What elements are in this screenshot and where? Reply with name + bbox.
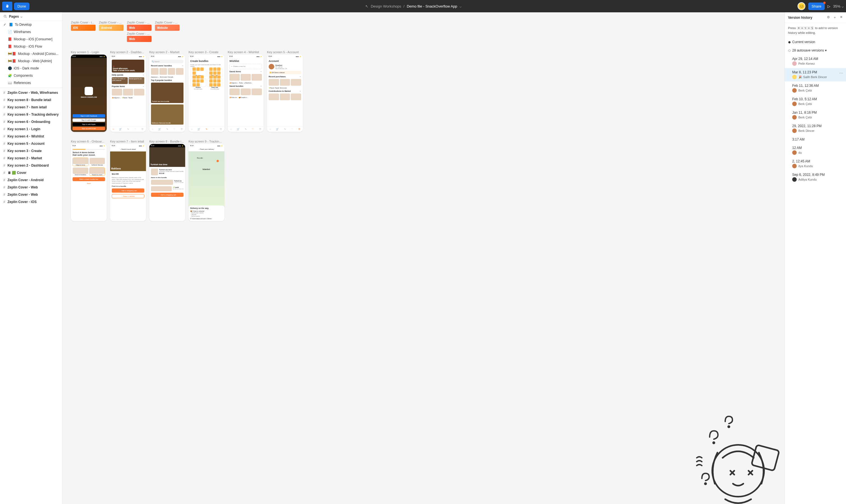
- frame-item[interactable]: #Zeplin Cover - iOS: [0, 198, 62, 205]
- page-icon: 📕: [8, 37, 12, 41]
- frame-item[interactable]: #Key screen 8 - Bundle ietail: [0, 96, 62, 104]
- add-icon[interactable]: ＋: [833, 15, 836, 20]
- screen-frame[interactable]: Key screen 1 - Login8:14●●● ⚡SNACK OVERF…: [71, 50, 107, 132]
- frame-item[interactable]: #🖥 🟩 Cover: [0, 169, 62, 176]
- frame-item[interactable]: #Key screen 7 - Item ietail: [0, 104, 62, 111]
- cover-frame[interactable]: Zeplin Cover - ...Android: [99, 21, 124, 31]
- mock-statusbar: 8:14●●● ⚡: [267, 55, 303, 58]
- frame-item[interactable]: #Zeplin Cover - Android: [0, 176, 62, 184]
- zoom-control[interactable]: 35% ⌵: [833, 4, 844, 8]
- pages-header[interactable]: Pages ⌵: [0, 12, 62, 21]
- more-icon[interactable]: ⋯: [839, 71, 843, 75]
- version-row[interactable]: 29, 2022, 11:28 PMBerk Dincer: [785, 122, 846, 135]
- frame-item[interactable]: #Key screen 3 - Create: [0, 147, 62, 155]
- hand-tool-button[interactable]: [2, 2, 12, 11]
- screen-frame[interactable]: Key screen 6 - Onboar...8:14●●● ⚡Select …: [71, 140, 107, 221]
- confused-person-illustration: [686, 406, 785, 504]
- mock-screen-onboarding[interactable]: 8:14●●● ⚡Select 4 items belowthat suits …: [71, 144, 107, 221]
- version-time: 2, 12:45 AM: [792, 159, 843, 163]
- done-button[interactable]: Done: [14, 2, 30, 10]
- frame-item[interactable]: #Zeplin Cover - Web: [0, 191, 62, 198]
- page-label: To Develop: [15, 23, 32, 26]
- mock-navbar: ⌂🛒✎♡☰: [228, 126, 264, 132]
- version-row[interactable]: Sep 6, 2022, 8:49 PMAditya Kundu: [785, 170, 846, 184]
- frame-item[interactable]: #Key screen 1 - Login: [0, 125, 62, 133]
- mock-screen-login[interactable]: 8:14●●● ⚡SNACK OVERFLOWSign In with Face…: [71, 55, 107, 132]
- frame-item[interactable]: #Key screen 9 - Tracking delivery: [0, 111, 62, 118]
- chevron-down-icon[interactable]: ⌵: [459, 4, 462, 8]
- page-item[interactable]: 🧩Components: [0, 72, 62, 79]
- screen-frame[interactable]: Key screen 4 - Wishlist8:14●●● ⚡Wishlist…: [228, 50, 264, 132]
- page-item[interactable]: 🚧📕Mockup - Web [Admin]: [0, 57, 62, 65]
- screen-frame[interactable]: Key screen 2 - Dashbo...8:14●●● ⚡📍Good a…: [110, 50, 146, 132]
- search-icon[interactable]: [3, 15, 7, 18]
- version-time: Apr 29, 12:14 AM: [792, 57, 843, 61]
- version-row[interactable]: Mar 8, 11:23 PM🎉 Salih Berk Dincer⋯: [785, 68, 846, 82]
- frame-item[interactable]: #Key screen 5 - Account: [0, 140, 62, 147]
- page-item[interactable]: 🌑iOS - Dark mode: [0, 65, 62, 72]
- frame-item[interactable]: #Zeplin Cover - Web: [0, 184, 62, 191]
- cover-frame[interactable]: Zeplin Cover - ... Web: [127, 32, 152, 42]
- frame-item[interactable]: #Key screen 4 - Wishlist: [0, 133, 62, 140]
- frame-item[interactable]: #Zeplin Cover - Web, Wireframes: [0, 89, 62, 96]
- mock-screen-item[interactable]: 8:14●●● ⚡‹ Search result detailBaklava$1…: [110, 144, 146, 221]
- version-row[interactable]: Apr 29, 12:14 AMPelin Kenez: [785, 55, 846, 68]
- author-avatar: [792, 164, 797, 168]
- cover-frame[interactable]: Zeplin Cover - i...iOS: [71, 21, 95, 31]
- version-time: 3:17 AM: [792, 138, 843, 141]
- frame-label: Key screen 7 - Item ietail: [7, 105, 47, 109]
- breadcrumb-file[interactable]: Demo file - SnackOverflow App: [407, 4, 457, 8]
- version-row[interactable]: Feb 11, 12:36 AMBerk Çebi: [785, 82, 846, 95]
- page-label: iOS - Dark mode: [14, 66, 39, 70]
- version-row[interactable]: 3:17 AM: [785, 135, 846, 144]
- screen-frame[interactable]: Key screen 9 - Trackin...8:14●●● ⚡‹ Trac…: [189, 140, 224, 221]
- page-item[interactable]: 📕Mockup - iOS Flow: [0, 43, 62, 50]
- frame-item[interactable]: #Key screen 2 - Dashboard: [0, 162, 62, 169]
- version-row[interactable]: 2, 12:45 AMitya Kundu: [785, 157, 846, 170]
- keyboard-shortcut: ⌘ + ⌥ + S: [797, 26, 814, 30]
- filter-icon[interactable]: ⊜: [827, 15, 830, 20]
- mock-screen-market[interactable]: 8:14●●● ⚡🔍 SearchRecent users' bundles→J…: [149, 55, 185, 132]
- frame-item[interactable]: #Key screen 6 - Onboarding: [0, 118, 62, 125]
- frame-item[interactable]: #Key screen 2 - Market: [0, 155, 62, 162]
- frame-label: Key screen 1 - Login: [71, 50, 107, 54]
- screen-frame[interactable]: Key screen 5 - Account8:14●●● ⚡AccountSn…: [267, 50, 303, 132]
- mock-brand: SNACK OVERFLOW: [71, 87, 107, 98]
- page-item[interactable]: 🚧📕Mockup - Android [Consu...: [0, 50, 62, 57]
- page-item[interactable]: 📕Mockup - iOS [Consumer]: [0, 36, 62, 43]
- screen-frame[interactable]: Key screen 2 - Market8:14●●● ⚡🔍 SearchRe…: [149, 50, 185, 132]
- version-row[interactable]: Jan 11, 8:16 PMBerk Çebi: [785, 108, 846, 122]
- mock-screen-wishlist[interactable]: 8:14●●● ⚡Wishlist＋ Create a new listSave…: [228, 55, 264, 132]
- present-icon[interactable]: ▷: [828, 4, 830, 8]
- current-version-row[interactable]: Current version: [785, 38, 846, 46]
- version-row[interactable]: 12 AMdu: [785, 144, 846, 157]
- page-item[interactable]: 📖References: [0, 79, 62, 87]
- check-icon: ✓: [3, 23, 7, 26]
- cover-frame[interactable]: Zeplin Cover - ...Web: [127, 21, 152, 31]
- mock-screen-create[interactable]: 8:14●●● ⚡Create bundlesCreate your own s…: [189, 55, 224, 132]
- frame-label: Key screen 9 - Tracking delivery: [7, 112, 59, 116]
- autosave-toggle[interactable]: 28 autosave versions ▾: [785, 46, 846, 55]
- mock-screen-dashboard[interactable]: 8:14●●● ⚡📍Good afternoon.Take a break fr…: [110, 55, 146, 132]
- frame-label: Zeplin Cover - Web: [7, 193, 38, 197]
- screen-frame[interactable]: Key screen 8 - Bundle i...8:14●●● ⚡Turki…: [149, 140, 185, 221]
- share-button[interactable]: Share: [808, 2, 825, 10]
- mock-screen-account[interactable]: 8:14●●● ⚡AccountSnackari5'4" 135 lbsSan …: [267, 55, 303, 132]
- breadcrumb[interactable]: ↖ Design Workshops / Demo file - SnackOv…: [30, 4, 797, 8]
- close-icon[interactable]: ✕: [840, 15, 843, 20]
- page-item[interactable]: ✓📘To Develop: [0, 21, 62, 28]
- mock-screen-tracking[interactable]: 8:14●●● ⚡‹ Track your deliveryBeyoğluIst…: [189, 144, 224, 221]
- user-avatar[interactable]: 😊: [797, 2, 805, 10]
- cover-frame[interactable]: Zeplin Cover - ...Website: [155, 21, 180, 31]
- screen-frame[interactable]: Key screen 3 - Create8:14●●● ⚡Create bun…: [189, 50, 224, 132]
- screen-frame[interactable]: Key screen 7 - Item ietail8:14●●● ⚡‹ Sea…: [110, 140, 146, 221]
- breadcrumb-parent[interactable]: Design Workshops: [371, 4, 401, 8]
- canvas[interactable]: Zeplin Cover - i...iOSZeplin Cover - ...…: [63, 12, 785, 504]
- page-icon: 🚧📕: [8, 52, 16, 56]
- page-item[interactable]: 📄Wireframes: [0, 28, 62, 36]
- mock-screen-bundle[interactable]: 8:14●●● ⚡Turkish tea timeTurkish tea tim…: [149, 144, 185, 221]
- author-name: Berk Çebi: [798, 115, 812, 119]
- frame-label: Zeplin Cover - Web, Wireframes: [7, 91, 58, 95]
- version-time: Jan 11, 8:16 PM: [792, 111, 843, 114]
- version-row[interactable]: Feb 10, 5:12 AMBerk Çebi: [785, 95, 846, 108]
